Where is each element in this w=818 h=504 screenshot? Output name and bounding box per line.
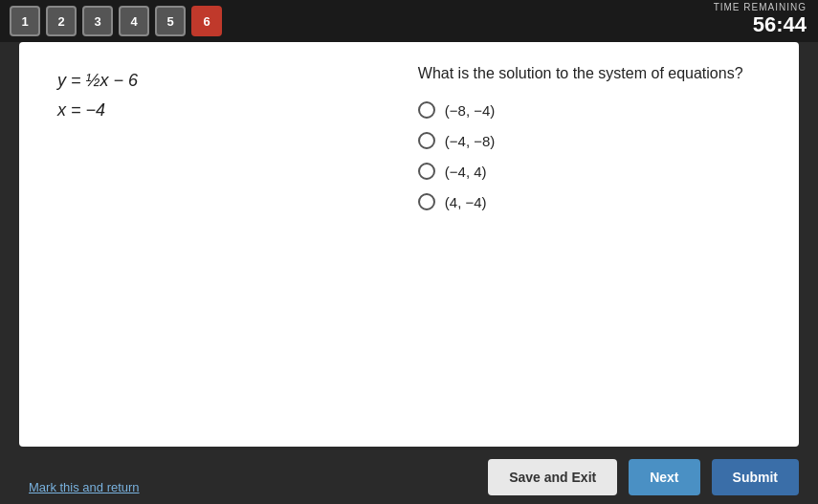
question-btn-4[interactable]: 4 <box>119 6 149 36</box>
question-btn-3[interactable]: 3 <box>82 6 113 36</box>
timer-label: TIME REMAINING <box>714 2 807 12</box>
main-content: y = ½x − 6 x = −4 What is the solution t… <box>19 42 799 447</box>
question-text: What is the solution to the system of eq… <box>418 65 770 82</box>
answer-label-4: (4, −4) <box>445 194 487 210</box>
save-exit-button[interactable]: Save and Exit <box>488 459 617 495</box>
timer-area: TIME REMAINING 56:44 <box>714 2 807 37</box>
bottom-bar: Mark this and return Save and Exit Next … <box>0 450 818 504</box>
question-btn-5[interactable]: 5 <box>155 6 186 36</box>
answer-label-3: (−4, 4) <box>445 164 487 180</box>
radio-1[interactable] <box>418 101 435 119</box>
equation-1: y = ½x − 6 <box>57 71 351 91</box>
radio-4[interactable] <box>418 193 435 210</box>
equation-2: x = −4 <box>57 100 351 121</box>
answer-label-2: (−4, −8) <box>445 133 496 149</box>
top-bar: 1 2 3 4 5 6 TIME REMAINING 56:44 <box>0 0 818 42</box>
question-panel: What is the solution to the system of eq… <box>389 42 799 447</box>
question-btn-2[interactable]: 2 <box>46 6 77 36</box>
submit-button[interactable]: Submit <box>712 459 799 495</box>
timer-value: 56:44 <box>714 12 807 37</box>
next-button[interactable]: Next <box>629 459 699 495</box>
answer-option-2[interactable]: (−4, −8) <box>418 132 770 149</box>
mark-return-link[interactable]: Mark this and return <box>29 480 140 494</box>
answer-option-4[interactable]: (4, −4) <box>418 193 770 210</box>
answer-option-1[interactable]: (−8, −4) <box>418 101 770 119</box>
question-btn-6[interactable]: 6 <box>191 6 222 36</box>
answer-option-3[interactable]: (−4, 4) <box>418 163 770 180</box>
radio-2[interactable] <box>418 132 435 149</box>
equations-panel: y = ½x − 6 x = −4 <box>19 42 389 447</box>
radio-3[interactable] <box>418 163 435 180</box>
question-btn-1[interactable]: 1 <box>10 6 40 36</box>
answer-label-1: (−8, −4) <box>445 102 496 119</box>
